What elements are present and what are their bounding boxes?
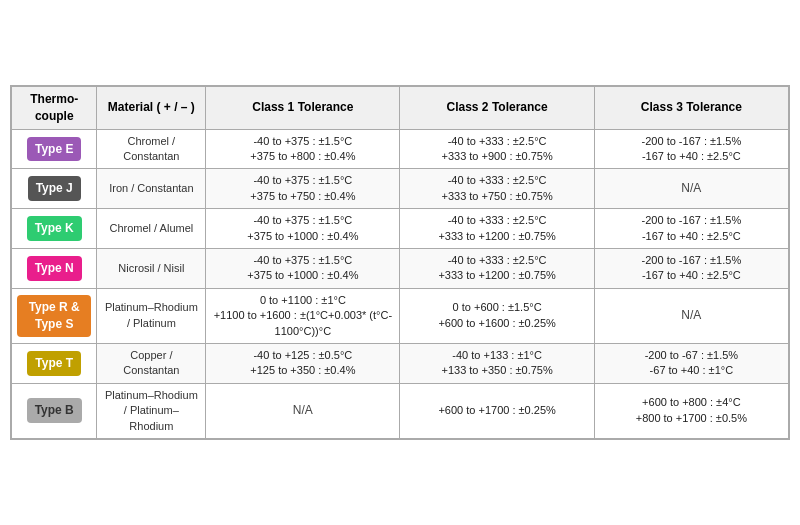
type-cell: Type J — [12, 169, 97, 209]
class3-cell: -200 to -67 : ±1.5%-67 to +40 : ±1°C — [594, 343, 788, 383]
tolerance-table: Thermo-couple Material ( + / – ) Class 1… — [11, 86, 789, 439]
type-badge: Type K — [27, 216, 82, 241]
class3-cell: -200 to -167 : ±1.5%-167 to +40 : ±2.5°C — [594, 249, 788, 289]
material-cell: Copper / Constantan — [97, 343, 206, 383]
class2-cell: -40 to +333 : ±2.5°C+333 to +1200 : ±0.7… — [400, 209, 594, 249]
type-cell: Type T — [12, 343, 97, 383]
type-cell: Type E — [12, 129, 97, 169]
class2-cell: +600 to +1700 : ±0.25% — [400, 383, 594, 438]
material-cell: Iron / Constantan — [97, 169, 206, 209]
class3-cell: +600 to +800 : ±4°C+800 to +1700 : ±0.5% — [594, 383, 788, 438]
type-badge: Type T — [27, 351, 81, 376]
table-row: Type TCopper / Constantan-40 to +125 : ±… — [12, 343, 789, 383]
class2-cell: 0 to +600 : ±1.5°C+600 to +1600 : ±0.25% — [400, 288, 594, 343]
header-class3: Class 3 Tolerance — [594, 87, 788, 130]
class1-cell: -40 to +375 : ±1.5°C+375 to +750 : ±0.4% — [206, 169, 400, 209]
header-class1: Class 1 Tolerance — [206, 87, 400, 130]
material-cell: Nicrosil / Nisil — [97, 249, 206, 289]
class1-cell: 0 to +1100 : ±1°C+1100 to +1600 : ±(1°C+… — [206, 288, 400, 343]
tolerance-table-wrapper: Thermo-couple Material ( + / – ) Class 1… — [10, 85, 790, 440]
table-row: Type R & Type SPlatinum–Rhodium / Platin… — [12, 288, 789, 343]
class3-cell: N/A — [594, 169, 788, 209]
class2-cell: -40 to +333 : ±2.5°C+333 to +900 : ±0.75… — [400, 129, 594, 169]
class3-cell: N/A — [594, 288, 788, 343]
type-cell: Type N — [12, 249, 97, 289]
material-cell: Chromel / Alumel — [97, 209, 206, 249]
table-row: Type BPlatinum–Rhodium / Platinum–Rhodiu… — [12, 383, 789, 438]
type-badge: Type N — [27, 256, 82, 281]
type-cell: Type R & Type S — [12, 288, 97, 343]
header-class2: Class 2 Tolerance — [400, 87, 594, 130]
type-badge: Type E — [27, 137, 81, 162]
type-cell: Type B — [12, 383, 97, 438]
material-cell: Platinum–Rhodium / Platinum — [97, 288, 206, 343]
material-cell: Platinum–Rhodium / Platinum–Rhodium — [97, 383, 206, 438]
type-badge: Type B — [27, 398, 82, 423]
header-material: Material ( + / – ) — [97, 87, 206, 130]
table-row: Type JIron / Constantan-40 to +375 : ±1.… — [12, 169, 789, 209]
material-cell: Chromel / Constantan — [97, 129, 206, 169]
class2-cell: -40 to +133 : ±1°C+133 to +350 : ±0.75% — [400, 343, 594, 383]
class2-cell: -40 to +333 : ±2.5°C+333 to +1200 : ±0.7… — [400, 249, 594, 289]
class2-cell: -40 to +333 : ±2.5°C+333 to +750 : ±0.75… — [400, 169, 594, 209]
class1-cell: N/A — [206, 383, 400, 438]
class3-cell: -200 to -167 : ±1.5%-167 to +40 : ±2.5°C — [594, 209, 788, 249]
type-badge: Type R & Type S — [17, 295, 91, 337]
table-row: Type KChromel / Alumel-40 to +375 : ±1.5… — [12, 209, 789, 249]
class1-cell: -40 to +375 : ±1.5°C+375 to +1000 : ±0.4… — [206, 209, 400, 249]
class1-cell: -40 to +375 : ±1.5°C+375 to +1000 : ±0.4… — [206, 249, 400, 289]
table-row: Type EChromel / Constantan-40 to +375 : … — [12, 129, 789, 169]
class3-cell: -200 to -167 : ±1.5%-167 to +40 : ±2.5°C — [594, 129, 788, 169]
table-row: Type NNicrosil / Nisil-40 to +375 : ±1.5… — [12, 249, 789, 289]
type-cell: Type K — [12, 209, 97, 249]
class1-cell: -40 to +125 : ±0.5°C+125 to +350 : ±0.4% — [206, 343, 400, 383]
class1-cell: -40 to +375 : ±1.5°C+375 to +800 : ±0.4% — [206, 129, 400, 169]
type-badge: Type J — [28, 176, 81, 201]
header-thermo: Thermo-couple — [12, 87, 97, 130]
